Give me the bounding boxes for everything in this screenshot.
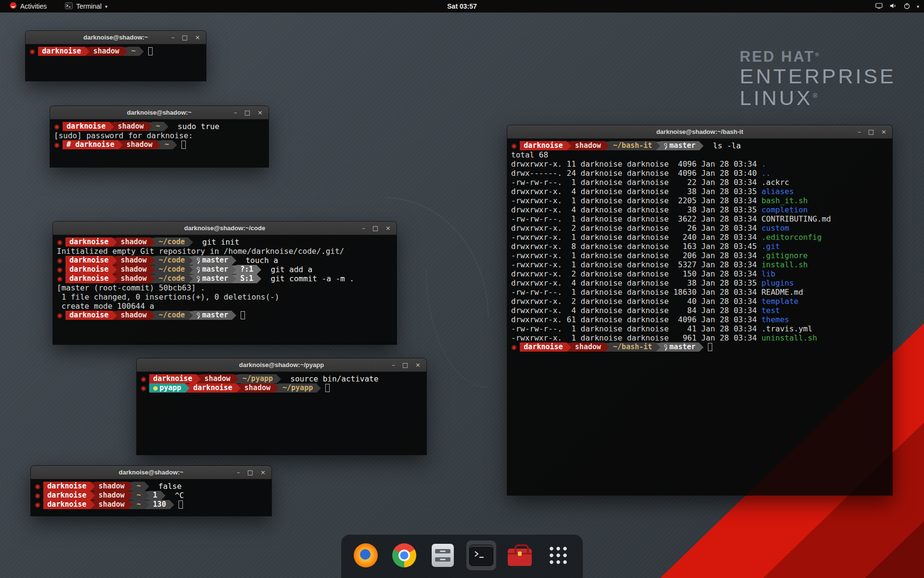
prompt-host-segment: shadow	[123, 140, 156, 149]
powerline-separator	[113, 311, 117, 320]
maximize-button[interactable]: □	[247, 469, 253, 475]
close-button[interactable]: ×	[385, 225, 391, 231]
prompt-host-segment: shadow	[95, 482, 128, 491]
command-text: false	[149, 482, 181, 491]
directory-name: template	[761, 297, 798, 306]
terminal-line: ◉# darknoiseshadow~	[54, 140, 265, 149]
minimize-button[interactable]: –	[171, 34, 175, 40]
output-text: drwxrwxr-x. 4 darknoise darknoise 84 Jan…	[511, 306, 761, 315]
output-text: drwxrwxr-x. 4 darknoise darknoise 38 Jan…	[511, 187, 761, 196]
prompt-user-segment: darknoise	[43, 500, 90, 509]
window-titlebar[interactable]: darknoise@shadow:~/pyapp – □ ×	[137, 358, 426, 372]
window-titlebar[interactable]: darknoise@shadow:~ – □ ×	[26, 31, 206, 44]
window-titlebar[interactable]: darknoise@shadow:~ – □ ×	[50, 106, 269, 119]
dock-firefox[interactable]	[351, 540, 381, 570]
activities-button[interactable]: Activities	[7, 0, 50, 13]
prompt-user-segment: darknoise	[43, 482, 90, 491]
executable-name: uninstall.sh	[761, 333, 817, 342]
chevron-down-icon[interactable]: ▾	[917, 4, 919, 9]
terminal-cursor	[708, 343, 712, 351]
output-text: -rwxrwxr-x. 1 darknoise darknoise 961 Ja…	[511, 333, 761, 342]
prompt-path-segment: ~/code	[155, 237, 189, 247]
terminal-content[interactable]: ◉darknoiseshadow~/pyapp source bin/activ…	[137, 372, 426, 455]
executable-name: .gitignore	[761, 251, 808, 260]
terminal-line: ◉darknoiseshadow~/codemaster?:1 git add …	[57, 265, 393, 274]
prompt-path-segment: ~/bash-it	[609, 141, 656, 150]
terminal-content[interactable]: ◉darknoiseshadow~ false◉darknoiseshadow~…	[31, 479, 271, 516]
minimize-button[interactable]: –	[392, 362, 395, 368]
app-menu-label: Terminal	[76, 2, 102, 10]
dock-toolbox[interactable]	[505, 540, 535, 570]
volume-icon[interactable]	[889, 2, 897, 11]
powerline-separator	[656, 142, 660, 150]
prompt-host-segment: shadow	[95, 500, 128, 509]
dock-files[interactable]	[428, 540, 458, 570]
terminal-line: drwx------. 24 darknoise darknoise 4096 …	[511, 169, 888, 178]
terminal-content[interactable]: ◉darknoiseshadow~	[26, 44, 206, 81]
prompt-host-segment: shadow	[95, 491, 128, 500]
powerline-separator	[151, 275, 155, 283]
window-titlebar[interactable]: darknoise@shadow:~/code – □ ×	[53, 222, 397, 235]
maximize-button[interactable]: □	[868, 129, 874, 135]
close-button[interactable]: ×	[260, 469, 266, 475]
terminal-content[interactable]: ◉darknoiseshadow~/bash-itmaster ls -lato…	[507, 139, 892, 495]
terminal-content[interactable]: ◉darknoiseshadow~/code git initInitializ…	[53, 235, 397, 344]
maximize-button[interactable]: □	[372, 225, 378, 231]
window-titlebar[interactable]: darknoise@shadow:~/bash-it – □ ×	[507, 125, 892, 139]
close-button[interactable]: ×	[257, 109, 263, 116]
terminal-line: total 68	[511, 150, 888, 159]
prompt-icon: ◉	[57, 237, 62, 247]
app-menu-terminal[interactable]: Terminal ▾	[62, 0, 110, 13]
terminal-content[interactable]: ◉darknoiseshadow~ sudo true[sudo] passwo…	[50, 119, 269, 167]
directory-name: plugins	[761, 278, 794, 288]
output-text: drwxrwxr-x. 4 darknoise darknoise 38 Jan…	[511, 205, 761, 214]
output-text: drwx------. 24 darknoise darknoise 4096 …	[511, 169, 761, 178]
terminal-icon	[65, 2, 73, 11]
dock-chrome[interactable]	[389, 540, 419, 570]
output-text: total 68	[511, 150, 548, 159]
power-icon[interactable]	[903, 2, 911, 11]
terminal-line: drwxrwxr-x. 2 darknoise darknoise 26 Jan…	[511, 223, 888, 233]
output-text: create mode 100644 a	[57, 302, 154, 311]
minimize-button[interactable]: –	[858, 129, 861, 135]
terminal-line: -rw-rw-r--. 1 darknoise darknoise 18630 …	[511, 288, 888, 297]
powerline-separator	[140, 47, 144, 56]
close-button[interactable]: ×	[881, 129, 886, 135]
window-titlebar[interactable]: darknoise@shadow:~ – □ ×	[31, 466, 271, 479]
output-text: drwxrwxr-x. 8 darknoise darknoise 163 Ja…	[511, 242, 761, 251]
powerline-separator	[699, 343, 704, 352]
close-button[interactable]: ×	[415, 362, 421, 368]
prompt-user-segment: darknoise	[149, 374, 196, 383]
prompt-path-segment: ~	[152, 122, 164, 131]
output-text: -rwxrwxr-x. 1 darknoise darknoise 206 Ja…	[511, 251, 761, 260]
prompt-user-segment: darknoise	[65, 274, 112, 283]
maximize-button[interactable]: □	[402, 362, 408, 368]
terminal-line: 1 file changed, 0 insertions(+), 0 delet…	[57, 292, 393, 302]
output-text: drwxrwxr-x. 61 darknoise darknoise 4096 …	[511, 315, 761, 324]
close-button[interactable]: ×	[195, 34, 200, 40]
prompt-host-segment: shadow	[117, 274, 151, 283]
output-text: [sudo] password for darknoise:	[54, 131, 198, 140]
maximize-button[interactable]: □	[244, 109, 250, 116]
clock[interactable]: Sat 03:57	[447, 2, 476, 10]
minimize-button[interactable]: –	[237, 469, 240, 475]
powerline-separator	[151, 256, 155, 265]
minimize-button[interactable]: –	[362, 225, 365, 231]
directory-name: test	[761, 306, 780, 315]
prompt-host-segment: shadow	[114, 122, 148, 131]
dock-show-applications[interactable]	[543, 540, 573, 570]
prompt-icon: ◉	[57, 265, 62, 274]
command-text: touch a	[236, 256, 278, 265]
powerline-separator	[567, 142, 571, 150]
minimize-button[interactable]: –	[234, 109, 237, 116]
maximize-button[interactable]: □	[182, 34, 188, 40]
output-text: drwxrwxr-x. 4 darknoise darknoise 38 Jan…	[511, 278, 761, 288]
executable-name: install.sh	[761, 260, 808, 269]
prompt-user-segment: darknoise	[520, 342, 566, 352]
app-grid-icon	[548, 545, 568, 565]
display-icon[interactable]	[875, 2, 883, 11]
window-title: darknoise@shadow:~/code	[184, 224, 265, 232]
powerline-separator	[189, 275, 193, 283]
dock-terminal[interactable]	[466, 540, 496, 570]
powerline-separator	[151, 265, 155, 274]
